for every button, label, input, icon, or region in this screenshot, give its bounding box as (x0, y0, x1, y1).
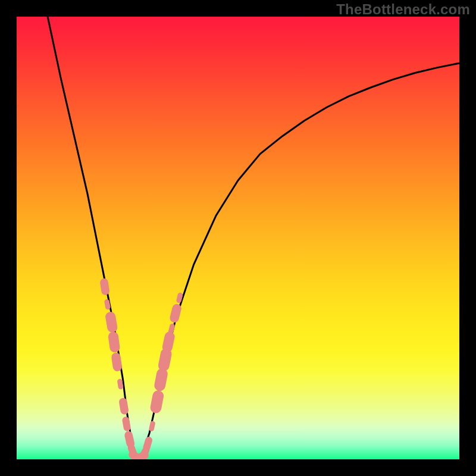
data-point (142, 450, 146, 457)
data-point (174, 309, 177, 318)
data-point (171, 326, 172, 331)
data-point (167, 337, 170, 347)
curve-layer (17, 17, 459, 459)
data-point (111, 317, 112, 328)
data-point (164, 354, 166, 365)
data-point (114, 337, 115, 347)
data-point (160, 374, 162, 385)
data-point (116, 357, 117, 367)
data-point (104, 283, 105, 291)
data-point (126, 420, 127, 427)
chart-frame: TheBottleneck.com (0, 0, 476, 476)
data-point (129, 436, 130, 444)
data-point (156, 396, 158, 408)
bottleneck-curve (48, 17, 459, 459)
data-point (123, 402, 124, 411)
data-point (179, 295, 180, 300)
data-point (152, 424, 153, 429)
data-point (107, 302, 108, 307)
data-point (147, 440, 149, 447)
data-point (120, 381, 120, 387)
plot-area (17, 17, 459, 459)
watermark-text: TheBottleneck.com (336, 1, 470, 18)
